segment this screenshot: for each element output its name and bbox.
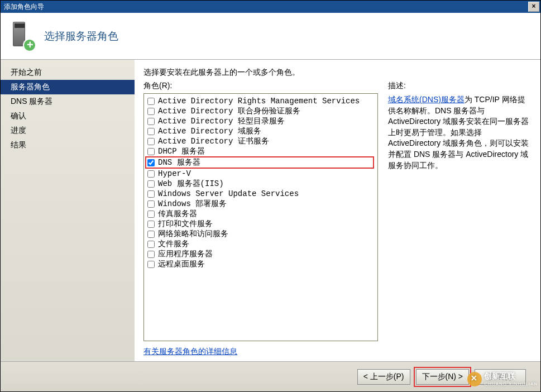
role-label: Active Directory 轻型目录服务	[158, 116, 285, 126]
role-label: Active Directory 域服务	[158, 126, 261, 136]
close-button[interactable]: ×	[528, 2, 539, 12]
role-checkbox[interactable]	[147, 128, 155, 135]
role-checkbox[interactable]	[147, 200, 155, 208]
window-title: 添加角色向导	[4, 2, 528, 12]
role-item-4[interactable]: Active Directory 证书服务	[147, 136, 374, 146]
role-item-11[interactable]: 传真服务器	[147, 209, 374, 219]
footer: < 上一步(P) 下一步(N) > 安装(I)	[1, 361, 540, 391]
body: 开始之前服务器角色DNS 服务器确认进度结果 选择要安装在此服务器上的一个或多个…	[1, 60, 540, 361]
role-checkbox[interactable]	[147, 98, 155, 105]
description-text: 域名系统(DNS)服务器为 TCP/IP 网络提供名称解析。DNS 服务器与Ac…	[388, 94, 532, 171]
role-item-13[interactable]: 网络策略和访问服务	[147, 229, 374, 239]
sidebar-item-3[interactable]: 确认	[1, 109, 135, 123]
role-item-10[interactable]: Windows 部署服务	[147, 199, 374, 209]
sidebar-item-0[interactable]: 开始之前	[1, 65, 135, 80]
roles-label: 角色(R):	[143, 81, 378, 91]
role-label: Windows Server Update Services	[158, 189, 299, 199]
role-item-12[interactable]: 打印和文件服务	[147, 219, 374, 229]
role-item-6[interactable]: DNS 服务器	[145, 156, 374, 169]
sidebar-item-2[interactable]: DNS 服务器	[1, 94, 135, 109]
titlebar: 添加角色向导 ×	[1, 1, 540, 13]
role-checkbox[interactable]	[147, 241, 155, 248]
role-checkbox[interactable]	[147, 118, 155, 125]
role-item-9[interactable]: Windows Server Update Services	[147, 189, 374, 199]
role-label: 网络策略和访问服务	[158, 229, 228, 239]
role-checkbox[interactable]	[147, 159, 155, 166]
role-label: Hyper-V	[158, 169, 191, 179]
role-checkbox[interactable]	[147, 180, 155, 188]
role-label: Active Directory 联合身份验证服务	[158, 106, 300, 116]
role-label: 传真服务器	[158, 209, 197, 219]
sidebar-item-5[interactable]: 结果	[1, 138, 135, 152]
role-checkbox[interactable]	[147, 190, 155, 198]
role-item-16[interactable]: 远程桌面服务	[147, 259, 374, 269]
role-checkbox[interactable]	[147, 211, 155, 218]
page-title: 选择服务器角色	[44, 29, 118, 44]
role-checkbox[interactable]	[147, 170, 155, 178]
role-checkbox[interactable]	[147, 251, 155, 258]
role-label: DNS 服务器	[158, 157, 200, 168]
role-label: 打印和文件服务	[158, 219, 213, 229]
role-label: 远程桌面服务	[158, 259, 205, 269]
role-item-0[interactable]: Active Directory Rights Management Servi…	[147, 96, 374, 106]
role-label: 文件服务	[158, 239, 189, 249]
description-rest: 为 TCP/IP 网络提供名称解析。DNS 服务器与ActiveDirector…	[388, 95, 529, 170]
watermark: 创新互联 CHUANG XINHULIAN	[467, 371, 538, 386]
back-button[interactable]: < 上一步(P)	[357, 369, 410, 385]
role-item-5[interactable]: DHCP 服务器	[147, 146, 374, 156]
sidebar: 开始之前服务器角色DNS 服务器确认进度结果	[1, 60, 135, 361]
header: 选择服务器角色	[1, 13, 540, 60]
role-item-8[interactable]: Web 服务器(IIS)	[147, 179, 374, 189]
role-label: Windows 部署服务	[158, 199, 227, 209]
role-label: 应用程序服务器	[158, 249, 213, 259]
sidebar-item-1[interactable]: 服务器角色	[1, 80, 135, 94]
sidebar-item-4[interactable]: 进度	[1, 123, 135, 138]
instruction-text: 选择要安装在此服务器上的一个或多个角色。	[143, 68, 532, 78]
role-item-15[interactable]: 应用程序服务器	[147, 249, 374, 259]
next-button-highlight: 下一步(N) >	[414, 367, 472, 387]
roles-listbox[interactable]: Active Directory Rights Management Servi…	[143, 93, 378, 341]
role-checkbox[interactable]	[147, 261, 155, 268]
role-item-3[interactable]: Active Directory 域服务	[147, 126, 374, 136]
main-panel: 选择要安装在此服务器上的一个或多个角色。 角色(R): Active Direc…	[135, 60, 540, 361]
role-item-7[interactable]: Hyper-V	[147, 169, 374, 179]
role-checkbox[interactable]	[147, 108, 155, 115]
role-label: DHCP 服务器	[158, 146, 205, 156]
wizard-window: 添加角色向导 × 选择服务器角色 开始之前服务器角色DNS 服务器确认进度结果 …	[0, 0, 541, 392]
description-label: 描述:	[388, 81, 532, 91]
watermark-icon	[467, 372, 482, 386]
role-label: Active Directory 证书服务	[158, 136, 269, 146]
role-item-1[interactable]: Active Directory 联合身份验证服务	[147, 106, 374, 116]
role-checkbox[interactable]	[147, 231, 155, 238]
watermark-sub: CHUANG XINHULIAN	[484, 381, 538, 386]
role-item-2[interactable]: Active Directory 轻型目录服务	[147, 116, 374, 126]
more-info-link[interactable]: 有关服务器角色的详细信息	[143, 347, 378, 357]
role-label: Active Directory Rights Management Servi…	[158, 96, 360, 106]
role-checkbox[interactable]	[147, 221, 155, 228]
watermark-text: 创新互联	[484, 371, 515, 380]
role-checkbox[interactable]	[147, 148, 155, 155]
server-role-icon	[11, 21, 36, 52]
description-link[interactable]: 域名系统(DNS)服务器	[388, 95, 465, 104]
role-label: Web 服务器(IIS)	[158, 179, 224, 189]
role-item-14[interactable]: 文件服务	[147, 239, 374, 249]
next-button[interactable]: 下一步(N) >	[416, 369, 470, 385]
role-checkbox[interactable]	[147, 138, 155, 145]
